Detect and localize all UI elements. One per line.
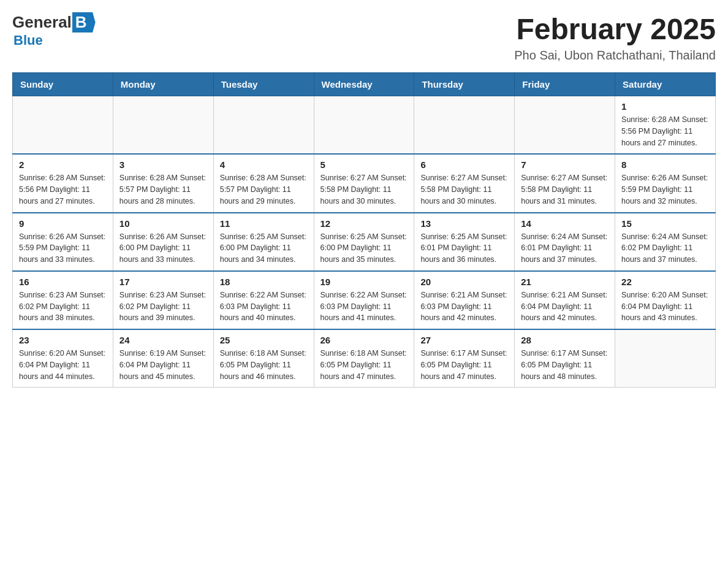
col-tuesday: Tuesday xyxy=(213,73,314,96)
day-number: 16 xyxy=(19,277,107,287)
calendar-table: Sunday Monday Tuesday Wednesday Thursday… xyxy=(12,72,716,388)
day-number: 5 xyxy=(320,159,408,170)
calendar-day-3-4: 20Sunrise: 6:21 AM Sunset: 6:03 PM Dayli… xyxy=(414,271,515,329)
calendar-day-4-4: 27Sunrise: 6:17 AM Sunset: 6:05 PM Dayli… xyxy=(414,329,515,388)
day-number: 21 xyxy=(521,277,609,287)
calendar-day-1-0: 2Sunrise: 6:28 AM Sunset: 5:56 PM Daylig… xyxy=(13,154,113,212)
day-info: Sunrise: 6:19 AM Sunset: 6:04 PM Dayligh… xyxy=(119,348,207,382)
calendar-day-4-5: 28Sunrise: 6:17 AM Sunset: 6:05 PM Dayli… xyxy=(515,329,615,388)
day-number: 12 xyxy=(320,218,408,229)
day-info: Sunrise: 6:22 AM Sunset: 6:03 PM Dayligh… xyxy=(320,289,408,324)
calendar-day-1-6: 8Sunrise: 6:26 AM Sunset: 5:59 PM Daylig… xyxy=(615,154,716,212)
calendar-day-0-5 xyxy=(515,96,615,155)
day-info: Sunrise: 6:26 AM Sunset: 6:00 PM Dayligh… xyxy=(119,231,207,266)
logo-blue-word: Blue xyxy=(13,33,43,48)
day-number: 7 xyxy=(521,159,609,170)
calendar-day-2-4: 13Sunrise: 6:25 AM Sunset: 6:01 PM Dayli… xyxy=(414,213,515,271)
day-info: Sunrise: 6:27 AM Sunset: 5:58 PM Dayligh… xyxy=(521,172,609,207)
calendar-day-2-6: 15Sunrise: 6:24 AM Sunset: 6:02 PM Dayli… xyxy=(615,213,716,271)
day-info: Sunrise: 6:28 AM Sunset: 5:56 PM Dayligh… xyxy=(19,172,107,207)
calendar-day-0-0 xyxy=(13,96,113,155)
day-number: 1 xyxy=(621,101,709,112)
logo: General B Blue xyxy=(12,12,96,48)
calendar-day-1-1: 3Sunrise: 6:28 AM Sunset: 5:57 PM Daylig… xyxy=(113,154,213,212)
calendar-week-3: 9Sunrise: 6:26 AM Sunset: 5:59 PM Daylig… xyxy=(13,213,716,271)
col-friday: Friday xyxy=(515,73,615,96)
logo-general-text: General xyxy=(12,13,72,32)
calendar-day-1-3: 5Sunrise: 6:27 AM Sunset: 5:58 PM Daylig… xyxy=(314,154,414,212)
calendar-day-0-4 xyxy=(414,96,515,155)
calendar-day-0-3 xyxy=(314,96,414,155)
col-monday: Monday xyxy=(113,73,213,96)
calendar-day-3-1: 17Sunrise: 6:23 AM Sunset: 6:02 PM Dayli… xyxy=(113,271,213,329)
day-number: 22 xyxy=(621,277,709,287)
day-info: Sunrise: 6:18 AM Sunset: 6:05 PM Dayligh… xyxy=(220,348,308,382)
day-info: Sunrise: 6:28 AM Sunset: 5:57 PM Dayligh… xyxy=(220,172,308,207)
calendar-week-1: 1Sunrise: 6:28 AM Sunset: 5:56 PM Daylig… xyxy=(13,96,716,155)
day-number: 13 xyxy=(420,218,508,229)
day-number: 28 xyxy=(521,335,609,345)
col-thursday: Thursday xyxy=(414,73,515,96)
calendar-day-3-2: 18Sunrise: 6:22 AM Sunset: 6:03 PM Dayli… xyxy=(213,271,314,329)
day-info: Sunrise: 6:28 AM Sunset: 5:56 PM Dayligh… xyxy=(621,114,709,148)
main-title: February 2025 xyxy=(514,12,716,46)
day-number: 17 xyxy=(119,277,207,287)
calendar-day-3-6: 22Sunrise: 6:20 AM Sunset: 6:04 PM Dayli… xyxy=(615,271,716,329)
day-info: Sunrise: 6:20 AM Sunset: 6:04 PM Dayligh… xyxy=(19,348,107,382)
calendar-day-3-5: 21Sunrise: 6:21 AM Sunset: 6:04 PM Dayli… xyxy=(515,271,615,329)
calendar-day-4-2: 25Sunrise: 6:18 AM Sunset: 6:05 PM Dayli… xyxy=(213,329,314,388)
calendar-day-0-2 xyxy=(213,96,314,155)
day-info: Sunrise: 6:25 AM Sunset: 6:00 PM Dayligh… xyxy=(320,231,408,266)
day-number: 18 xyxy=(220,277,308,287)
day-info: Sunrise: 6:18 AM Sunset: 6:05 PM Dayligh… xyxy=(320,348,408,382)
day-number: 20 xyxy=(420,277,508,287)
calendar-day-2-2: 11Sunrise: 6:25 AM Sunset: 6:00 PM Dayli… xyxy=(213,213,314,271)
logo-blue-badge: B xyxy=(72,12,96,33)
day-info: Sunrise: 6:23 AM Sunset: 6:02 PM Dayligh… xyxy=(119,289,207,324)
day-number: 9 xyxy=(19,218,107,229)
day-number: 26 xyxy=(320,335,408,345)
calendar-day-0-6: 1Sunrise: 6:28 AM Sunset: 5:56 PM Daylig… xyxy=(615,96,716,155)
day-number: 19 xyxy=(320,277,408,287)
calendar-day-2-1: 10Sunrise: 6:26 AM Sunset: 6:00 PM Dayli… xyxy=(113,213,213,271)
day-number: 3 xyxy=(119,159,207,170)
day-number: 15 xyxy=(621,218,709,229)
calendar-day-2-0: 9Sunrise: 6:26 AM Sunset: 5:59 PM Daylig… xyxy=(13,213,113,271)
calendar-day-1-5: 7Sunrise: 6:27 AM Sunset: 5:58 PM Daylig… xyxy=(515,154,615,212)
calendar-day-0-1 xyxy=(113,96,213,155)
day-number: 6 xyxy=(420,159,508,170)
day-number: 14 xyxy=(521,218,609,229)
calendar-header-row: Sunday Monday Tuesday Wednesday Thursday… xyxy=(13,73,716,96)
calendar-day-1-2: 4Sunrise: 6:28 AM Sunset: 5:57 PM Daylig… xyxy=(213,154,314,212)
col-sunday: Sunday xyxy=(13,73,113,96)
day-info: Sunrise: 6:27 AM Sunset: 5:58 PM Dayligh… xyxy=(420,172,508,207)
calendar-day-4-6 xyxy=(615,329,716,388)
col-wednesday: Wednesday xyxy=(314,73,414,96)
calendar-week-2: 2Sunrise: 6:28 AM Sunset: 5:56 PM Daylig… xyxy=(13,154,716,212)
day-info: Sunrise: 6:20 AM Sunset: 6:04 PM Dayligh… xyxy=(621,289,709,324)
col-saturday: Saturday xyxy=(615,73,716,96)
day-info: Sunrise: 6:23 AM Sunset: 6:02 PM Dayligh… xyxy=(19,289,107,324)
day-info: Sunrise: 6:27 AM Sunset: 5:58 PM Dayligh… xyxy=(320,172,408,207)
calendar-day-2-3: 12Sunrise: 6:25 AM Sunset: 6:00 PM Dayli… xyxy=(314,213,414,271)
day-number: 24 xyxy=(119,335,207,345)
calendar-day-4-1: 24Sunrise: 6:19 AM Sunset: 6:04 PM Dayli… xyxy=(113,329,213,388)
day-info: Sunrise: 6:26 AM Sunset: 5:59 PM Dayligh… xyxy=(621,172,709,207)
day-number: 11 xyxy=(220,218,308,229)
title-section: February 2025 Pho Sai, Ubon Ratchathani,… xyxy=(514,12,716,63)
day-info: Sunrise: 6:24 AM Sunset: 6:01 PM Dayligh… xyxy=(521,231,609,266)
day-info: Sunrise: 6:25 AM Sunset: 6:01 PM Dayligh… xyxy=(420,231,508,266)
day-number: 27 xyxy=(420,335,508,345)
day-info: Sunrise: 6:21 AM Sunset: 6:04 PM Dayligh… xyxy=(521,289,609,324)
calendar-day-3-0: 16Sunrise: 6:23 AM Sunset: 6:02 PM Dayli… xyxy=(13,271,113,329)
day-info: Sunrise: 6:28 AM Sunset: 5:57 PM Dayligh… xyxy=(119,172,207,207)
day-number: 10 xyxy=(119,218,207,229)
day-number: 23 xyxy=(19,335,107,345)
calendar-week-4: 16Sunrise: 6:23 AM Sunset: 6:02 PM Dayli… xyxy=(13,271,716,329)
day-info: Sunrise: 6:21 AM Sunset: 6:03 PM Dayligh… xyxy=(420,289,508,324)
day-info: Sunrise: 6:25 AM Sunset: 6:00 PM Dayligh… xyxy=(220,231,308,266)
day-info: Sunrise: 6:22 AM Sunset: 6:03 PM Dayligh… xyxy=(220,289,308,324)
day-info: Sunrise: 6:17 AM Sunset: 6:05 PM Dayligh… xyxy=(521,348,609,382)
calendar-day-3-3: 19Sunrise: 6:22 AM Sunset: 6:03 PM Dayli… xyxy=(314,271,414,329)
calendar-day-4-3: 26Sunrise: 6:18 AM Sunset: 6:05 PM Dayli… xyxy=(314,329,414,388)
